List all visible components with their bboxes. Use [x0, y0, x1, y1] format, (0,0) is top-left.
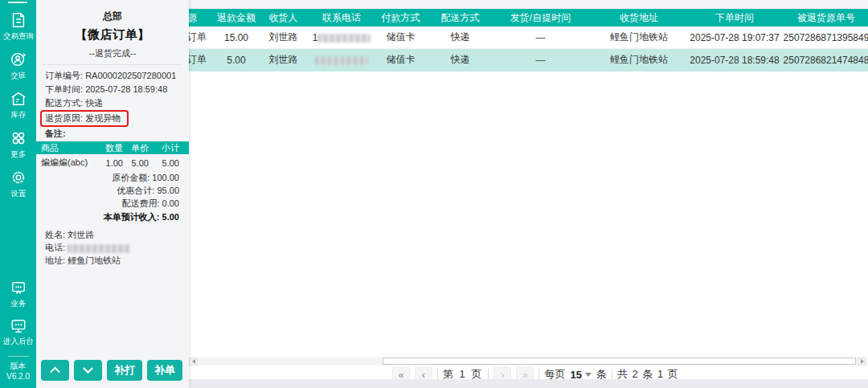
delivery-method-label: 配送方式:: [45, 98, 83, 108]
pagination-divider: [612, 369, 612, 380]
expected-income-value: 5.00: [162, 212, 179, 222]
sidebar-item-business[interactable]: 业务: [0, 276, 36, 313]
document-icon: [10, 11, 27, 29]
gear-icon: [10, 169, 27, 186]
order-number-value: RA0000202507280001: [85, 71, 176, 80]
return-reason-value: 发现异物: [85, 113, 121, 123]
shift-person-icon: [10, 51, 27, 68]
scrollbar-track[interactable]: [198, 357, 858, 366]
chevron-down-icon: [83, 363, 93, 374]
original-amount-value: 100.00: [152, 173, 179, 182]
sidebar-item-transaction-query[interactable]: 交易查询: [0, 6, 36, 46]
table-cell: —: [493, 32, 588, 43]
discount-total-line: 优惠合计: 95.00: [36, 184, 179, 197]
sidebar-item-backend[interactable]: 进入后台: [0, 313, 36, 351]
table-cell: 快递: [428, 53, 493, 67]
customer-address-value: 鲤鱼门地铁站: [68, 255, 121, 265]
order-type-title: 【微店订单】: [36, 27, 189, 43]
column-header[interactable]: 配送方式: [428, 11, 493, 25]
column-header[interactable]: 联系电话: [309, 11, 374, 25]
more-grid-icon: [10, 129, 27, 147]
return-reason-line: 退货原因: 发现异物: [45, 110, 189, 127]
receipt-items-header: 商品 数量 单价 小计: [36, 141, 189, 154]
column-header[interactable]: 收货人: [257, 11, 309, 25]
scrollbar-thumb[interactable]: [383, 357, 856, 365]
scroll-up-button[interactable]: [41, 360, 69, 381]
scroll-right-arrow-icon[interactable]: [858, 357, 866, 366]
table-row[interactable]: 微店订单5.00刘世路储值卡快递—鲤鱼门地铁站2025-07-28 18:59:…: [159, 49, 868, 71]
table-cell: 2025-07-28 19:07:37: [690, 32, 780, 43]
order-receipt-panel: 总部 【微店订单】 --退货完成-- 订单编号: RA0000202507280…: [36, 0, 189, 388]
reprint-button[interactable]: 补打: [107, 360, 142, 381]
sidebar-item-label: 设置: [10, 189, 26, 197]
table-row[interactable]: 微店订单15.00刘世路1储值卡快递—鲤鱼门地铁站2025-07-28 19:0…: [159, 27, 868, 49]
item-name: 煸煸煸(abc): [41, 157, 96, 169]
delivery-method-value: 快递: [85, 98, 103, 108]
item-col-price: 单价: [123, 142, 149, 154]
warehouse-icon: [10, 90, 27, 108]
business-chat-icon: [10, 280, 27, 296]
customer-name-line: 姓名: 刘世路: [45, 228, 189, 241]
remark-label: 备注:: [45, 129, 66, 138]
customer-address-label: 地址:: [45, 255, 65, 265]
order-time-value: 2025-07-28 18:59:48: [85, 84, 167, 94]
table-cell: 1: [309, 32, 374, 43]
item-subtotal: 5.00: [149, 158, 179, 168]
table-cell: 2507286821474848: [780, 55, 868, 66]
sidebar-divider: [8, 356, 29, 357]
item-price: 5.00: [123, 158, 149, 168]
expected-income-label: 本单预计收入:: [104, 212, 160, 222]
sidebar-item-label: 交易查询: [3, 31, 34, 39]
expected-income-line: 本单预计收入: 5.00: [36, 210, 179, 223]
customer-name-value: 刘世路: [68, 230, 94, 239]
item-col-qty: 数量: [96, 142, 123, 154]
sidebar-item-shift-change[interactable]: 交班: [0, 46, 36, 85]
return-reason-highlight-box: 退货原因: 发现异物: [40, 110, 129, 127]
column-header[interactable]: 发货/自提时间: [493, 11, 588, 25]
pagination-divider: [437, 369, 438, 380]
sidebar-item-settings[interactable]: 设置: [0, 164, 36, 203]
customer-phone-line: 电话:: [45, 241, 189, 254]
phone-masked: [317, 34, 371, 43]
discount-total-value: 95.00: [157, 186, 179, 195]
scroll-left-arrow-icon[interactable]: [189, 357, 198, 366]
table-cell: 鲤鱼门地铁站: [588, 31, 690, 44]
version-label: 版本 V6.2.0: [6, 361, 30, 388]
customer-address-line: 地址: 鲤鱼门地铁站: [45, 254, 189, 267]
column-header[interactable]: 收货地址: [588, 11, 690, 25]
sidebar-nav: 交易查询 交班 库存: [0, 0, 36, 388]
return-reason-label: 退货原因:: [45, 113, 83, 123]
sidebar-item-more[interactable]: 更多: [0, 125, 36, 164]
order-number-line: 订单编号: RA0000202507280001: [45, 69, 189, 83]
item-col-product: 商品: [41, 142, 96, 154]
order-time-label: 下单时间:: [45, 84, 83, 94]
original-amount-label: 原价金额:: [112, 173, 149, 182]
table-cell: 2025-07-28 18:59:48: [690, 55, 780, 66]
sidebar-item-label: 更多: [10, 149, 26, 157]
table-cell: —: [493, 55, 588, 66]
column-header[interactable]: 付款方式: [374, 11, 428, 25]
horizontal-scrollbar[interactable]: [189, 357, 866, 366]
chevron-up-icon: [50, 366, 60, 377]
table-cell: 储值卡: [374, 53, 428, 67]
discount-total-label: 优惠合计:: [117, 186, 154, 195]
delivery-fee-value: 0.00: [162, 198, 179, 208]
scroll-down-button[interactable]: [74, 360, 102, 381]
table-cell: [309, 55, 374, 66]
remark-line: 备注:: [45, 127, 189, 140]
table-cell: 15.00: [215, 32, 257, 43]
column-header[interactable]: 下单时间: [690, 11, 780, 25]
table-cell: 刘世路: [257, 31, 309, 44]
table-cell: 鲤鱼门地铁站: [588, 53, 690, 67]
customer-phone-masked: [68, 244, 130, 253]
sidebar-item-inventory[interactable]: 库存: [0, 85, 36, 125]
sidebar-item-partial: [0, 0, 36, 6]
column-header[interactable]: 退款金额: [215, 11, 257, 25]
supplement-order-button[interactable]: 补单: [147, 360, 182, 381]
phone-masked: [315, 56, 368, 65]
order-status: --退货完成--: [36, 47, 189, 59]
delivery-method-line: 配送方式: 快递: [45, 96, 189, 110]
orders-table: 来源退款金额收货人联系电话付款方式配送方式发货/自提时间收货地址下单时间被退货原…: [159, 9, 868, 71]
column-header[interactable]: 被退货原单号: [780, 11, 868, 25]
bottom-strip: [72, 379, 868, 388]
